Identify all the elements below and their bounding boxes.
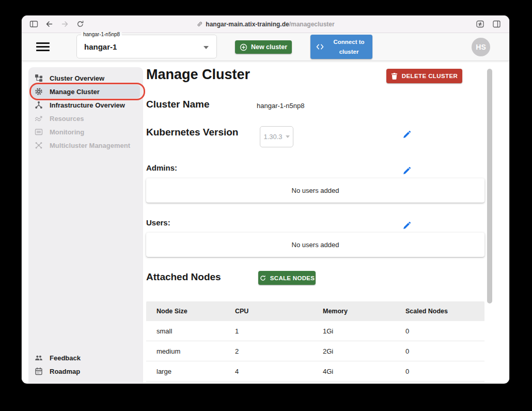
back-icon[interactable]	[45, 20, 54, 28]
cell-cpu: 4	[235, 368, 323, 375]
connect-label-line1: Connect to	[333, 39, 364, 45]
cell-cpu: 2	[235, 347, 323, 355]
sidebar-item-label: Feedback	[50, 354, 81, 362]
sidebar-item-roadmap[interactable]: Roadmap	[32, 364, 140, 378]
cell-node-size: large	[157, 368, 235, 375]
table-row[interactable]: large 4 4Gi 0	[146, 361, 484, 382]
cell-node-size: small	[157, 327, 235, 335]
connect-label-line2: cluster	[339, 49, 359, 55]
sidebar-item-label: Monitoring	[50, 128, 84, 136]
app-toolbar: hangar-1-n5np8 hangar-1 New cluster Conn…	[22, 33, 509, 61]
sidebar-item-multicluster-management: Multicluster Management	[32, 139, 140, 152]
hub-icon	[35, 101, 43, 109]
app-body: Cluster Overview Manage Cluster	[22, 61, 509, 383]
users-empty-card: No users added	[146, 233, 484, 257]
table-row[interactable]: small 1 1Gi 0	[146, 321, 484, 341]
sidebar-toggle-icon[interactable]	[29, 20, 38, 28]
avatar-initials: HS	[476, 43, 486, 51]
edit-admins-button[interactable]	[402, 166, 412, 175]
delete-cluster-label: DELETE CLUSTER	[402, 73, 458, 79]
page-title: Manage Cluster	[146, 67, 250, 83]
admins-label: Admins:	[146, 163, 177, 172]
table-header: Node Size	[157, 308, 235, 315]
pencil-icon	[402, 166, 411, 175]
browser-window: hangar-main.atix-training.de/manageclust…	[22, 16, 509, 384]
table-header-row: Node Size CPU Memory Scaled Nodes	[146, 301, 484, 321]
sidebar-item-monitoring: Monitoring	[32, 125, 140, 139]
table-header: CPU	[235, 308, 323, 315]
cluster-select[interactable]: hangar-1-n5np8 hangar-1	[76, 35, 217, 58]
sync-icon	[259, 275, 267, 282]
gear-icon	[35, 87, 43, 96]
cell-scaled-nodes: 0	[405, 327, 484, 335]
cluster-name-value: hangar-1-n5np8	[257, 102, 305, 110]
edit-k8s-version-button[interactable]	[402, 130, 412, 139]
sidebar-item-label: Manage Cluster	[50, 88, 100, 96]
calendar-icon	[35, 367, 43, 375]
sidebar-item-infrastructure-overview[interactable]: Infrastructure Overview	[32, 98, 140, 112]
pencil-icon	[402, 221, 411, 230]
sidebar-item-resources: Resources	[32, 112, 140, 125]
tab-overview-icon[interactable]	[492, 20, 501, 28]
k8s-version-label: Kubernetes Version	[146, 127, 238, 138]
cluster-name-label: Cluster Name	[146, 99, 210, 110]
plus-circle-icon	[240, 43, 247, 51]
chevron-down-icon	[286, 135, 290, 138]
cell-cpu: 1	[235, 327, 323, 335]
delete-cluster-button[interactable]: DELETE CLUSTER	[386, 69, 462, 83]
cluster-overview-icon	[35, 74, 43, 82]
table-row[interactable]: medium 2 2Gi 0	[146, 341, 484, 361]
sidebar-item-feedback[interactable]: Feedback	[32, 351, 140, 364]
edit-users-button[interactable]	[402, 221, 412, 230]
sidebar-item-label: Cluster Overview	[50, 74, 104, 82]
link-icon	[196, 21, 203, 27]
attached-nodes-table: Node Size CPU Memory Scaled Nodes small …	[146, 301, 484, 382]
sidebar-item-label: Multicluster Management	[50, 142, 130, 149]
sidebar-item-manage-cluster[interactable]: Manage Cluster	[32, 85, 140, 98]
user-avatar[interactable]: HS	[472, 38, 490, 56]
people-icon	[35, 354, 43, 362]
address-bar[interactable]: hangar-main.atix-training.de/manageclust…	[196, 21, 334, 28]
table-header: Memory	[323, 308, 405, 315]
node-graph-icon	[35, 141, 43, 149]
cell-memory: 1Gi	[323, 327, 405, 335]
table-header: Scaled Nodes	[405, 308, 484, 315]
connect-to-cluster-button[interactable]: Connect to cluster	[310, 35, 372, 59]
sidebar-item-cluster-overview[interactable]: Cluster Overview	[32, 71, 140, 85]
forward-icon[interactable]	[60, 20, 69, 28]
sidebar-item-label: Resources	[50, 115, 84, 123]
reload-icon[interactable]	[76, 20, 85, 28]
sidebar-item-label: Infrastructure Overview	[50, 101, 125, 109]
users-empty-text: No users added	[292, 241, 339, 249]
content-scrollbar[interactable]	[487, 69, 492, 303]
url-host: hangar-main.atix-training.de	[206, 21, 289, 28]
pencil-icon	[402, 130, 411, 139]
trash-icon	[391, 72, 398, 80]
chevron-down-icon	[204, 46, 209, 49]
url-path: /managecluster	[289, 21, 335, 28]
browser-chrome: hangar-main.atix-training.de/manageclust…	[22, 16, 509, 33]
cell-memory: 2Gi	[323, 347, 405, 355]
scale-nodes-button[interactable]: SCALE NODES	[258, 271, 316, 285]
main-content: Manage Cluster DELETE CLUSTER Cluster Na…	[146, 61, 484, 383]
monitor-icon	[35, 128, 43, 136]
admins-empty-card: No users added	[146, 178, 484, 203]
page-settings-icon[interactable]	[476, 20, 484, 28]
attached-nodes-label: Attached Nodes	[146, 271, 221, 283]
cell-memory: 4Gi	[323, 368, 405, 375]
menu-hamburger-icon[interactable]	[36, 42, 50, 51]
sidebar-item-label: Roadmap	[50, 368, 80, 375]
cluster-select-floating-label: hangar-1-n5np8	[81, 32, 122, 38]
cluster-select-value: hangar-1	[84, 42, 117, 51]
sidebar: Cluster Overview Manage Cluster	[28, 67, 143, 383]
code-icon	[316, 43, 324, 50]
cell-scaled-nodes: 0	[405, 368, 484, 375]
admins-empty-text: No users added	[292, 187, 339, 194]
new-cluster-button[interactable]: New cluster	[235, 40, 292, 54]
scale-nodes-label: SCALE NODES	[270, 275, 315, 281]
k8s-version-value: 1.30.3	[263, 133, 282, 141]
cell-scaled-nodes: 0	[405, 347, 484, 355]
cell-node-size: medium	[157, 347, 235, 355]
trending-lines-icon	[35, 114, 43, 123]
new-cluster-label: New cluster	[251, 43, 287, 51]
